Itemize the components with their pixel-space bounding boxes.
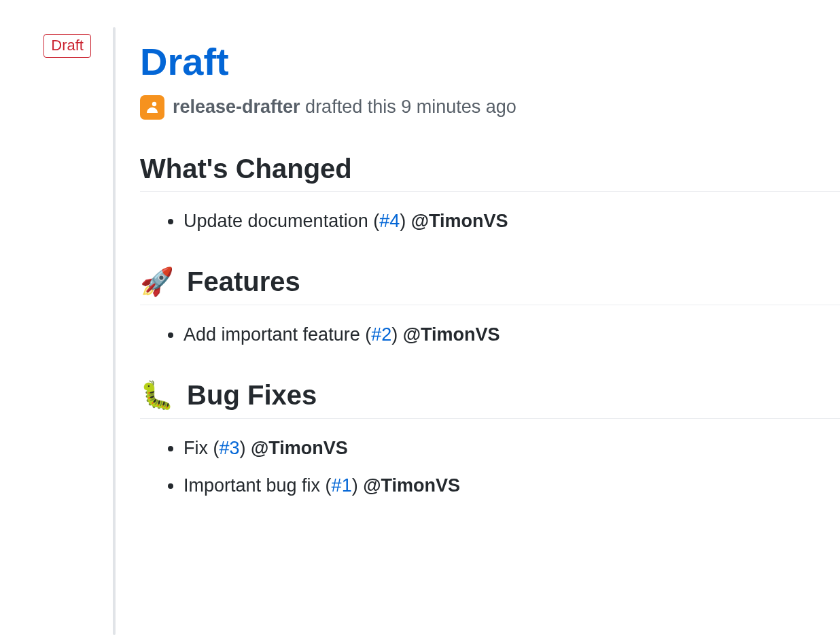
change-text: ) [400,211,411,231]
draft-badge: Draft [43,34,91,58]
change-text: ) [352,475,364,496]
change-text: Add important feature ( [183,324,371,345]
change-text: ) [391,324,403,345]
section-whats-changed: What's Changed Update documentation (#4)… [140,154,840,235]
bugfixes-heading-text: Bug Fixes [179,380,317,410]
rocket-icon: 🚀 [140,267,174,296]
byline-text: release-drafter drafted this 9 minutes a… [173,97,517,118]
release-body: Draft release-drafter drafted this 9 min… [116,27,840,635]
list-item: Fix (#3) @TimonVS [183,435,840,462]
release-title-link[interactable]: Draft [140,40,229,83]
pr-link[interactable]: #1 [332,475,352,496]
whats-changed-heading: What's Changed [140,154,840,192]
svg-point-0 [152,101,156,105]
release-title: Draft [140,41,840,83]
features-heading-text: Features [179,267,300,296]
pr-link[interactable]: #3 [219,438,239,458]
bot-avatar-icon [140,95,164,120]
features-list: Add important feature (#2) @TimonVS [140,322,840,348]
list-item: Update documentation (#4) @TimonVS [183,208,840,235]
change-text: ) [240,438,251,458]
release-sidebar: Draft [0,27,113,635]
change-text: Fix ( [183,438,219,458]
user-mention[interactable]: @TimonVS [363,475,460,496]
pr-link[interactable]: #2 [371,324,391,345]
bugfixes-list: Fix (#3) @TimonVS Important bug fix (#1)… [140,435,840,499]
release-byline: release-drafter drafted this 9 minutes a… [140,95,840,120]
user-mention[interactable]: @TimonVS [403,324,500,345]
user-mention[interactable]: @TimonVS [411,211,508,231]
features-heading: 🚀 Features [140,266,840,305]
list-item: Add important feature (#2) @TimonVS [183,322,840,348]
list-item: Important bug fix (#1) @TimonVS [183,473,840,499]
user-mention[interactable]: @TimonVS [251,438,348,458]
change-text: Important bug fix ( [183,475,332,496]
bug-icon: 🐛 [140,380,174,410]
bugfixes-heading: 🐛 Bug Fixes [140,379,840,419]
section-bugfixes: 🐛 Bug Fixes Fix (#3) @TimonVS Important … [140,379,840,499]
whats-changed-list: Update documentation (#4) @TimonVS [140,208,840,235]
section-features: 🚀 Features Add important feature (#2) @T… [140,266,840,348]
change-text: Update documentation ( [183,211,379,231]
release-action-text: drafted this 9 minutes ago [300,97,517,117]
release-actor-link[interactable]: release-drafter [173,97,300,117]
pr-link[interactable]: #4 [379,211,400,231]
